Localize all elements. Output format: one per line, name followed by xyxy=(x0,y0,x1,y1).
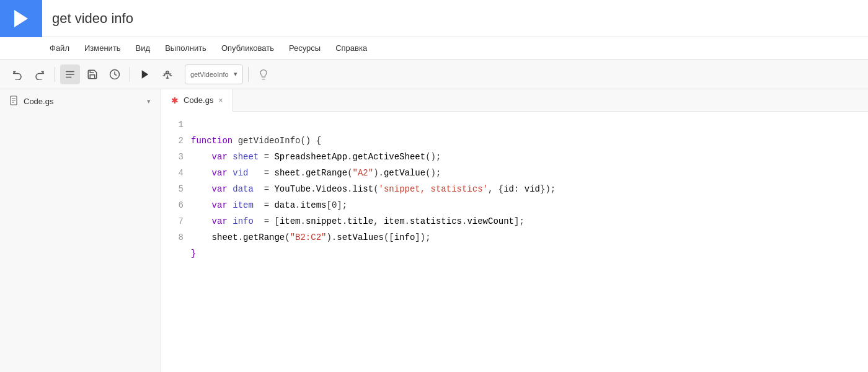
tab-modified-indicator: ✱ xyxy=(171,95,179,105)
menu-resources[interactable]: Ресурсы xyxy=(281,37,328,60)
toolbar-divider-2 xyxy=(130,67,130,82)
line-numbers: 1 2 3 4 5 6 7 8 xyxy=(161,117,191,372)
toolbar-divider-1 xyxy=(55,67,55,82)
line-num-4: 4 xyxy=(166,165,184,181)
sidebar-file-dropdown: ▾ xyxy=(147,97,151,105)
tab-close-button[interactable]: × xyxy=(218,96,223,105)
debug-button[interactable] xyxy=(157,64,177,84)
save-button[interactable] xyxy=(82,64,102,84)
tabs-bar: ✱ Code.gs × xyxy=(161,89,868,112)
logo-box xyxy=(0,0,42,37)
code-content: function getVideoInfo() { var sheet = Sp… xyxy=(191,117,868,372)
menu-edit[interactable]: Изменить xyxy=(77,37,128,60)
run-button[interactable] xyxy=(135,64,155,84)
sidebar-file-label: Code.gs xyxy=(24,97,53,106)
line-num-2: 2 xyxy=(166,133,184,149)
function-name: getVideoInfo xyxy=(190,71,229,78)
line-num-7: 7 xyxy=(166,213,184,229)
menu-bar: Файл Изменить Вид Выполнить Опубликовать… xyxy=(0,37,868,60)
file-icon xyxy=(10,95,19,107)
tab-code-gs[interactable]: ✱ Code.gs × xyxy=(161,89,233,112)
sidebar: Code.gs ▾ xyxy=(0,89,161,372)
app-title: get video info xyxy=(52,11,133,27)
line-num-1: 1 xyxy=(166,117,184,133)
menu-help[interactable]: Справка xyxy=(328,37,374,60)
menu-file[interactable]: Файл xyxy=(42,37,77,60)
tab-label: Code.gs xyxy=(184,95,213,105)
sidebar-file-item[interactable]: Code.gs ▾ xyxy=(0,89,161,113)
undo-button[interactable] xyxy=(7,64,27,84)
svg-marker-4 xyxy=(142,70,149,79)
line-num-8: 8 xyxy=(166,229,184,246)
function-selector[interactable]: getVideoInfo ▾ xyxy=(185,64,243,84)
menu-run[interactable]: Выполнить xyxy=(157,37,214,60)
main-area: Code.gs ▾ ✱ Code.gs × 1 2 3 4 5 6 7 8 xyxy=(0,89,868,372)
line-num-3: 3 xyxy=(166,149,184,165)
menu-publish[interactable]: Опубликовать xyxy=(214,37,281,60)
logo-arrow xyxy=(14,10,28,27)
code-editor[interactable]: 1 2 3 4 5 6 7 8 function getVideoInfo() … xyxy=(161,112,868,372)
toolbar: getVideoInfo ▾ xyxy=(0,60,868,89)
lightbulb-button[interactable] xyxy=(254,64,273,84)
svg-line-9 xyxy=(170,73,171,74)
dropdown-arrow: ▾ xyxy=(234,70,237,78)
menu-view[interactable]: Вид xyxy=(128,37,158,60)
redo-button[interactable] xyxy=(30,64,50,84)
line-num-6: 6 xyxy=(166,197,184,213)
line-num-5: 5 xyxy=(166,181,184,197)
history-button[interactable] xyxy=(105,64,125,84)
svg-line-8 xyxy=(164,73,165,74)
toolbar-divider-3 xyxy=(248,67,249,82)
editor-area: ✱ Code.gs × 1 2 3 4 5 6 7 8 function get… xyxy=(161,89,868,372)
format-button[interactable] xyxy=(60,64,80,84)
title-bar: get video info xyxy=(0,0,868,37)
